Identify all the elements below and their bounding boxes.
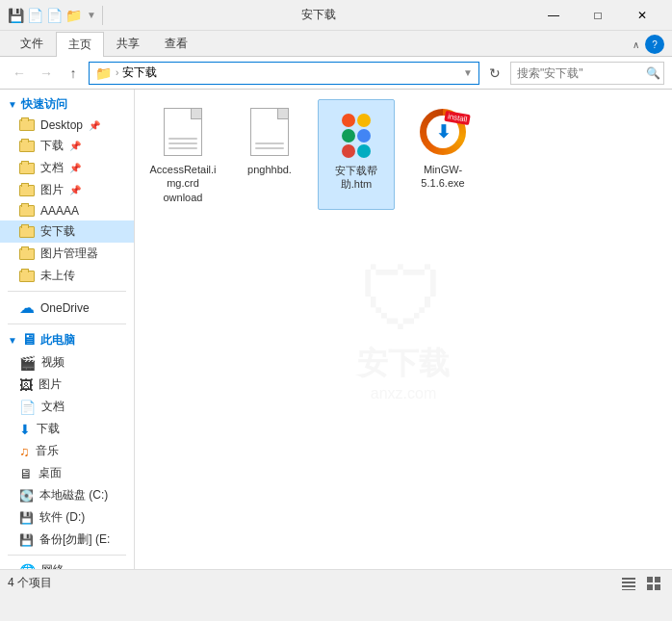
docs2-icon: 📄 <box>19 400 36 415</box>
title-icon-folder[interactable]: 📁 <box>65 8 81 23</box>
sidebar-item-desktop2[interactable]: 🖥 桌面 <box>0 462 134 484</box>
sidebar-item-downloads[interactable]: 下载 📌 <box>0 135 134 157</box>
ribbon: 文件 主页 共享 查看 ∧ ? <box>0 31 672 57</box>
svg-rect-3 <box>622 589 635 590</box>
sidebar-drive-d-label: 软件 (D:) <box>39 509 85 526</box>
sidebar-item-docs-label: 文档 <box>40 160 64 176</box>
sidebar-item-anzaixia[interactable]: 安下载 <box>0 220 134 243</box>
watermark-subtext: anxz.com <box>357 385 450 402</box>
addressbar: ← → ↑ 📁 › 安下载 ▼ ↻ 🔍 <box>0 57 672 90</box>
sidebar-item-docs[interactable]: 文档 📌 <box>0 157 134 179</box>
sidebar-item-video[interactable]: 🎬 视频 <box>0 351 134 374</box>
titlebar-controls: — □ ✕ <box>531 0 664 31</box>
sidebar-drive-e-label: 备份[勿删] (E: <box>39 531 110 548</box>
computer-header[interactable]: ▼ 🖥 此电脑 <box>0 328 134 351</box>
accessretail-label: AccessRetail.img.crd ownload <box>148 163 218 204</box>
sidebar-item-music[interactable]: ♫ 音乐 <box>0 440 134 462</box>
forward-button[interactable]: → <box>35 62 58 85</box>
ribbon-right: ∧ ? <box>200 35 664 56</box>
svg-rect-2 <box>622 585 635 587</box>
sidebar-item-network[interactable]: 🌐 网络 <box>0 559 134 569</box>
desktop-folder-icon <box>19 119 35 131</box>
sidebar-item-picmgr[interactable]: 图片管理器 <box>0 243 134 265</box>
quick-access-arrow: ▼ <box>8 99 17 110</box>
sidebar-item-pictures2[interactable]: 🖼 图片 <box>0 374 134 396</box>
sidebar-divider-3 <box>8 555 126 556</box>
titlebar-dropdown[interactable]: ▼ <box>85 10 98 20</box>
sidebar-item-aaaaa[interactable]: AAAAA <box>0 201 134 220</box>
refresh-button[interactable]: ↻ <box>483 62 506 85</box>
htm-icon-container <box>333 108 379 158</box>
title-icon-blank2[interactable]: 📄 <box>46 8 62 23</box>
sidebar-item-downloads-label: 下载 <box>40 138 64 154</box>
pictures-pin-icon: 📌 <box>69 185 81 195</box>
sidebar-item-onedrive[interactable]: ☁ OneDrive <box>0 296 134 320</box>
file-item-anzaixia-help[interactable]: 安下载帮助.htm <box>318 99 395 210</box>
sidebar-item-drive-d[interactable]: 💾 软件 (D:) <box>0 506 134 529</box>
drive-d-icon: 💾 <box>19 511 34 525</box>
sidebar-divider-1 <box>8 291 126 292</box>
svg-rect-7 <box>655 584 660 590</box>
tab-file[interactable]: 文件 <box>8 31 56 56</box>
title-icon-save[interactable]: 💾 <box>8 8 23 23</box>
pnghhbd-label: pnghhbd. <box>247 163 292 176</box>
aaaaa-folder-icon <box>19 205 35 217</box>
grid-view-icon <box>647 577 660 590</box>
sidebar-item-drive-c[interactable]: 💽 本地磁盘 (C:) <box>0 484 134 506</box>
search-icon[interactable]: 🔍 <box>646 66 660 80</box>
up-button[interactable]: ↑ <box>62 62 85 85</box>
address-dropdown[interactable]: ▼ <box>463 67 473 78</box>
pending-folder-icon <box>19 271 35 282</box>
close-button[interactable]: ✕ <box>620 0 664 31</box>
docs-folder-icon <box>19 163 35 174</box>
downloads2-icon: ⬇ <box>19 422 31 437</box>
search-wrapper: 🔍 <box>510 62 664 85</box>
htm-circles-icon <box>333 110 379 156</box>
sidebar-item-pending[interactable]: 未上传 <box>0 265 134 287</box>
sidebar-item-picmgr-label: 图片管理器 <box>40 246 98 262</box>
title-icon-blank1[interactable]: 📄 <box>27 8 42 23</box>
svg-rect-6 <box>647 584 653 590</box>
sidebar-item-docs2[interactable]: 📄 文档 <box>0 396 134 418</box>
sidebar-network-label: 网络 <box>41 562 65 569</box>
sidebar-video-label: 视频 <box>41 354 65 371</box>
sidebar-item-pictures[interactable]: 图片 📌 <box>0 179 134 201</box>
tab-share[interactable]: 共享 <box>104 31 152 56</box>
ribbon-collapse[interactable]: ∧ <box>633 39 639 50</box>
sidebar-docs2-label: 文档 <box>41 399 65 415</box>
docs-pin-icon: 📌 <box>69 163 81 173</box>
view-list-button[interactable] <box>618 573 639 594</box>
sidebar-pictures2-label: 图片 <box>39 376 62 393</box>
sidebar-item-drive-e[interactable]: 💾 备份[勿删] (E: <box>0 529 134 551</box>
back-button[interactable]: ← <box>8 62 31 85</box>
titlebar-title: 安下载 <box>107 7 531 23</box>
minimize-button[interactable]: — <box>531 0 576 31</box>
address-folder: 安下载 <box>122 65 157 81</box>
pictures2-icon: 🖼 <box>19 377 33 393</box>
drive-e-icon: 💾 <box>19 533 34 547</box>
statusbar-count: 4 个项目 <box>8 575 618 591</box>
file-item-mingw[interactable]: ⬇ install MinGW-5.1.6.exe <box>404 99 481 210</box>
sidebar-item-desktop[interactable]: Desktop 📌 <box>0 116 134 135</box>
tab-view[interactable]: 查看 <box>152 31 200 56</box>
tab-home[interactable]: 主页 <box>56 32 104 57</box>
search-input[interactable] <box>510 62 664 85</box>
file-item-accessretail[interactable]: AccessRetail.img.crd ownload <box>144 99 221 210</box>
file-item-pnghhbd[interactable]: pnghhbd. <box>231 99 308 210</box>
file-grid: AccessRetail.img.crd ownload pnghhbd. <box>135 90 672 220</box>
maximize-button[interactable]: □ <box>576 0 620 31</box>
picmgr-folder-icon <box>19 248 35 260</box>
desktop-pin-icon: 📌 <box>89 120 100 131</box>
address-path[interactable]: 📁 › 安下载 ▼ <box>89 62 479 85</box>
sidebar-item-downloads2[interactable]: ⬇ 下载 <box>0 418 134 440</box>
mingw-icon: ⬇ install <box>420 109 466 155</box>
sidebar-onedrive-label: OneDrive <box>40 301 90 315</box>
sidebar-music-label: 音乐 <box>36 443 59 459</box>
svg-rect-4 <box>647 577 653 582</box>
address-icon: 📁 <box>95 65 112 81</box>
view-grid-button[interactable] <box>643 573 664 594</box>
quick-access-section: ▼ 快速访问 Desktop 📌 下载 📌 文档 📌 图片 📌 <box>0 93 134 287</box>
help-button[interactable]: ? <box>645 35 664 54</box>
quick-access-header[interactable]: ▼ 快速访问 <box>0 93 134 116</box>
sidebar-item-desktop-label: Desktop <box>40 118 83 132</box>
